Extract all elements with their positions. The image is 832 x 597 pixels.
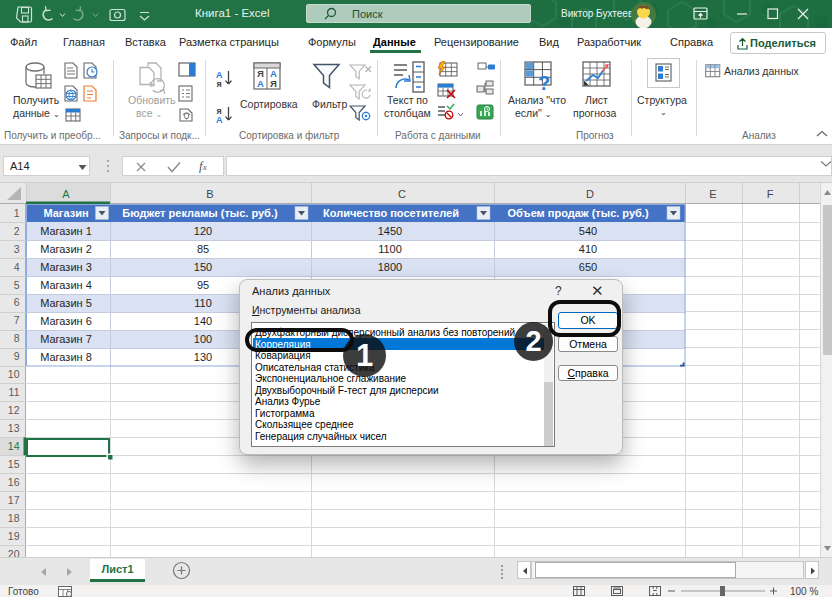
svg-text:А: А bbox=[216, 115, 223, 125]
svg-text:95: 95 bbox=[197, 279, 209, 291]
svg-text:Магазин 2: Магазин 2 bbox=[40, 243, 92, 255]
svg-text:650: 650 bbox=[579, 261, 597, 273]
svg-text:A: A bbox=[62, 188, 70, 200]
svg-text:1: 1 bbox=[14, 207, 20, 219]
svg-text:12: 12 bbox=[8, 404, 20, 416]
svg-text:D: D bbox=[586, 188, 594, 200]
svg-text:110: 110 bbox=[194, 297, 212, 309]
svg-text:Магазин 7: Магазин 7 bbox=[40, 333, 92, 345]
svg-text:Бюджет рекламы (тыс. руб.): Бюджет рекламы (тыс. руб.) bbox=[122, 207, 278, 219]
svg-text:5: 5 bbox=[14, 279, 20, 291]
svg-text:Я: Я bbox=[270, 78, 277, 89]
svg-text:Магазин 1: Магазин 1 bbox=[40, 225, 92, 237]
svg-text:Магазин 4: Магазин 4 bbox=[40, 279, 92, 291]
svg-text:14: 14 bbox=[8, 440, 20, 452]
svg-text:Магазин 6: Магазин 6 bbox=[40, 315, 92, 327]
svg-text:100: 100 bbox=[194, 333, 212, 345]
svg-text:3: 3 bbox=[14, 243, 20, 255]
svg-text:11: 11 bbox=[9, 386, 20, 398]
svg-text:1100: 1100 bbox=[378, 243, 402, 255]
svg-text:E: E bbox=[709, 188, 716, 200]
svg-text:540: 540 bbox=[579, 225, 597, 237]
svg-text:85: 85 bbox=[197, 243, 209, 255]
svg-text:1800: 1800 bbox=[378, 261, 402, 273]
svg-text:Магазин 5: Магазин 5 bbox=[40, 297, 92, 309]
svg-text:15: 15 bbox=[8, 458, 20, 470]
svg-text:F: F bbox=[767, 188, 774, 200]
svg-text:140: 140 bbox=[194, 315, 212, 327]
svg-text:Объем продаж (тыс. руб.): Объем продаж (тыс. руб.) bbox=[507, 207, 649, 219]
svg-text:я: я bbox=[217, 79, 222, 89]
svg-text:Количество посетителей: Количество посетителей bbox=[323, 207, 459, 219]
svg-text:6: 6 bbox=[14, 296, 20, 308]
svg-text:?: ? bbox=[538, 72, 550, 93]
svg-text:13: 13 bbox=[8, 422, 20, 434]
svg-text:19: 19 bbox=[8, 530, 20, 542]
svg-text:4: 4 bbox=[14, 261, 20, 273]
svg-text:Магазин 3: Магазин 3 bbox=[40, 261, 92, 273]
svg-text:10: 10 bbox=[8, 368, 20, 380]
svg-text:18: 18 bbox=[8, 512, 20, 524]
svg-text:16: 16 bbox=[8, 476, 20, 488]
svg-text:7: 7 bbox=[14, 314, 20, 326]
svg-text:130: 130 bbox=[194, 351, 212, 363]
svg-text:8: 8 bbox=[14, 332, 20, 344]
svg-text:17: 17 bbox=[8, 494, 20, 506]
svg-text:9: 9 bbox=[14, 350, 20, 362]
svg-text:150: 150 bbox=[194, 261, 212, 273]
svg-text:B: B bbox=[206, 188, 213, 200]
svg-text:Магазин: Магазин bbox=[43, 207, 88, 219]
svg-text:Магазин 8: Магазин 8 bbox=[40, 351, 92, 363]
svg-text:410: 410 bbox=[579, 243, 597, 255]
svg-text:2: 2 bbox=[14, 225, 20, 237]
svg-text:1450: 1450 bbox=[378, 225, 402, 237]
svg-text:120: 120 bbox=[194, 225, 212, 237]
svg-text:C: C bbox=[398, 188, 406, 200]
svg-text:А: А bbox=[257, 78, 264, 89]
